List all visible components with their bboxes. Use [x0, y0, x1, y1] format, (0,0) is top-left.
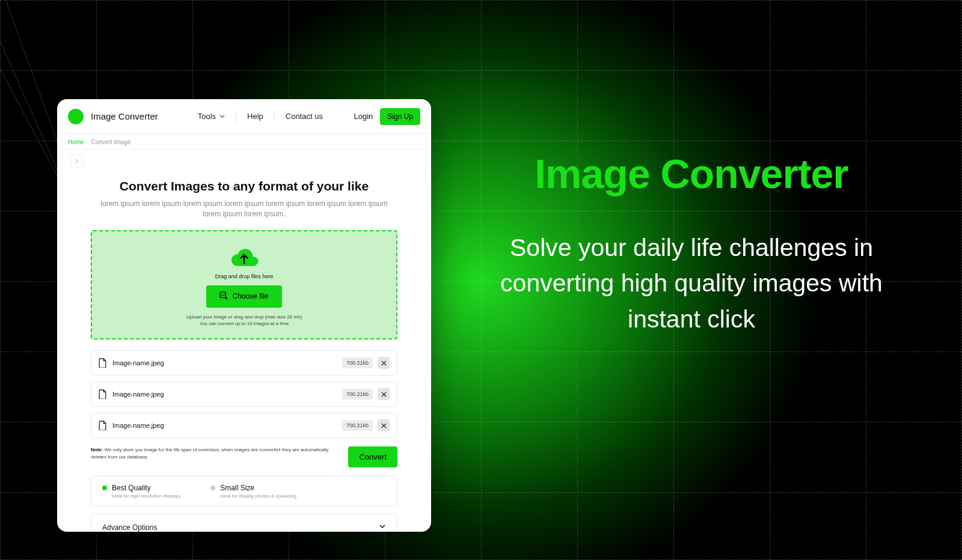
signup-button[interactable]: Sign Up — [380, 108, 420, 125]
promo-block: Image Converter Solve your daily life ch… — [475, 150, 908, 337]
quality-small-option[interactable]: Small Size Ideal for display photos & up… — [210, 484, 296, 499]
nav-tools-label: Tools — [198, 112, 216, 121]
image-add-icon — [219, 291, 228, 302]
file-name: Image-name.jpeg — [112, 391, 164, 398]
close-icon — [381, 392, 387, 397]
note-label: Note: — [91, 447, 103, 452]
drop-label: Drag and drop files here — [92, 273, 396, 279]
drop-hint-line1: Upload your image or drag and drop (max … — [92, 314, 396, 321]
close-icon — [381, 423, 387, 428]
auth-actions: Login Sign Up — [354, 108, 420, 125]
advance-options-toggle[interactable]: Advance Options — [91, 514, 397, 532]
file-size-badge: 700.21kb — [342, 389, 373, 400]
file-list: Image-name.jpeg 700.21kb Image-name.jpeg… — [91, 350, 397, 438]
advance-options-label: Advance Options — [102, 523, 157, 532]
chevron-down-icon — [379, 523, 386, 532]
file-row: Image-name.jpeg 700.21kb — [91, 350, 397, 376]
chevron-down-icon — [219, 112, 225, 121]
page-subtitle: lorem ipsum lorem ipsum lorem ipsum lore… — [91, 199, 397, 219]
choose-file-label: Choose file — [232, 292, 268, 300]
file-size-badge: 700.21kb — [342, 358, 373, 368]
drop-zone[interactable]: Drag and drop files here Choose file Upl… — [91, 230, 397, 339]
file-name: Image-name.jpeg — [112, 422, 164, 429]
convert-button[interactable]: Convert — [348, 446, 397, 467]
header: Image Converter Tools Help Contact us Lo… — [57, 99, 431, 134]
page-title: Convert Images to any format of your lik… — [91, 178, 397, 194]
subnav — [57, 150, 431, 168]
main-content: Convert Images to any format of your lik… — [57, 168, 431, 532]
file-remove-button[interactable] — [378, 388, 390, 400]
file-icon — [99, 358, 106, 368]
quality-small-sub: Ideal for display photos & uploading — [220, 493, 296, 499]
brand-name: Image Converter — [91, 111, 158, 121]
note-text: We only store you image for the life spa… — [91, 447, 329, 460]
file-remove-button[interactable] — [378, 419, 390, 431]
file-row: Image-name.jpeg 700.21kb — [91, 413, 397, 438]
file-icon — [99, 389, 106, 399]
logo-icon — [68, 109, 84, 124]
close-icon — [381, 361, 387, 366]
file-name: Image-name.jpeg — [112, 359, 164, 367]
nav-help[interactable]: Help — [236, 112, 274, 121]
quality-options: Best Quality Ideal for high resolution d… — [91, 476, 397, 507]
breadcrumb: Home Convert Image — [57, 134, 431, 150]
promo-title: Image Converter — [475, 150, 908, 197]
quality-best-label: Best Quality — [112, 484, 151, 492]
promo-tagline: Solve your daily life challenges in conv… — [475, 230, 908, 337]
quality-best-sub: Ideal for high resolution displays — [112, 493, 180, 499]
drop-hint-line2: You can convert up to 10 images at a tim… — [92, 320, 396, 327]
file-remove-button[interactable] — [378, 357, 390, 369]
app-card: Image Converter Tools Help Contact us Lo… — [57, 99, 431, 532]
quality-best-option[interactable]: Best Quality Ideal for high resolution d… — [102, 484, 180, 499]
radio-selected-icon — [102, 485, 107, 490]
nav: Tools Help Contact us — [187, 111, 334, 122]
note-convert-row: Note: We only store you image for the li… — [91, 446, 397, 467]
storage-note: Note: We only store you image for the li… — [91, 446, 336, 460]
choose-file-button[interactable]: Choose file — [206, 285, 281, 308]
login-link[interactable]: Login — [354, 112, 373, 121]
cloud-upload-icon — [228, 246, 260, 269]
file-row: Image-name.jpeg 700.21kb — [91, 382, 397, 407]
nav-contact[interactable]: Contact us — [275, 112, 334, 121]
file-size-badge: 700.21kb — [342, 420, 373, 431]
svg-point-1 — [222, 293, 223, 294]
svg-rect-0 — [220, 292, 226, 298]
nav-tools[interactable]: Tools — [187, 112, 236, 121]
breadcrumb-home[interactable]: Home — [68, 139, 84, 145]
radio-unselected-icon — [210, 485, 215, 490]
drop-hint: Upload your image or drag and drop (max … — [92, 314, 396, 327]
file-icon — [99, 421, 106, 430]
expand-button[interactable] — [70, 154, 84, 168]
breadcrumb-current: Convert Image — [91, 139, 131, 145]
quality-small-label: Small Size — [220, 484, 254, 492]
